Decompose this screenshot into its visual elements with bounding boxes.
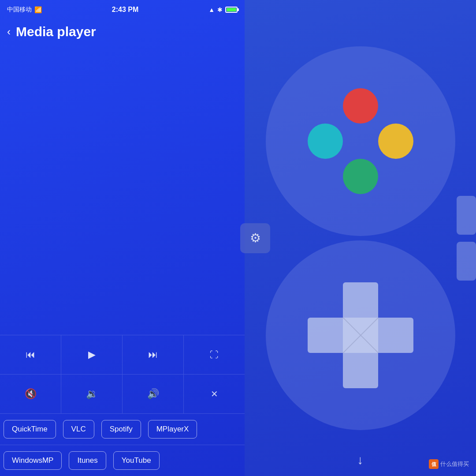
fullscreen-icon: ⛶ [210,350,219,360]
page-title: Media player [16,24,96,39]
playback-controls-row: ⏮ ▶ ⏭ ⛶ [0,335,245,375]
play-button[interactable]: ▶ [61,335,123,374]
itunes-button[interactable]: Itunes [69,451,106,470]
skip-forward-button[interactable]: ⏭ [123,335,184,374]
battery-fill [227,8,236,11]
volume-down-icon: 🔉 [86,388,98,400]
back-arrow-icon: ‹ [7,26,11,38]
windowsmp-button[interactable]: WindowsMP [4,451,62,470]
play-icon: ▶ [88,349,96,360]
volume-down-button[interactable]: 🔉 [61,375,123,413]
side-buttons [457,196,476,281]
dpad-area [266,240,455,430]
face-button-right[interactable] [378,124,413,159]
skip-back-button[interactable]: ⏮ [0,335,61,374]
left-panel: 中国移动 📶 2:43 PM ▲ ✱ ‹ Media player ⏮ ▶ [0,0,245,476]
mplayerx-button[interactable]: MPlayerX [148,420,197,439]
close-button[interactable]: ✕ [184,375,245,413]
close-icon: ✕ [211,389,218,399]
volume-controls-row: 🔇 🔉 🔊 ✕ [0,375,245,414]
skip-back-icon: ⏮ [26,349,35,360]
dpad[interactable] [308,282,413,388]
settings-button[interactable]: ⚙ [240,223,270,253]
watermark-icon: 值 [429,459,439,469]
r2-button[interactable] [457,242,476,281]
volume-up-icon: 🔊 [147,388,159,400]
status-right: ▲ ✱ [208,6,238,13]
battery-indicator [225,7,238,13]
location-icon: ▲ [208,6,215,13]
watermark-text: 什么值得买 [440,460,469,468]
app-buttons-row1: QuickTime VLC Spotify MPlayerX [0,414,245,445]
mute-icon: 🔇 [25,388,37,400]
time-display: 2:43 PM [112,6,138,14]
scroll-down-button[interactable]: ↓ [357,453,364,467]
quicktime-button[interactable]: QuickTime [4,420,56,439]
face-button-bottom[interactable] [343,159,378,194]
header: ‹ Media player [0,19,245,44]
dpad-cross [308,282,413,388]
right-panel: ⚙ ↓ 值 什么值得买 [245,0,476,476]
watermark: 值 什么值得买 [429,459,469,469]
mute-button[interactable]: 🔇 [0,375,61,413]
status-left: 中国移动 📶 [7,6,42,14]
status-bar: 中国移动 📶 2:43 PM ▲ ✱ [0,0,245,19]
skip-forward-icon: ⏭ [148,349,158,360]
spotify-button[interactable]: Spotify [101,420,141,439]
back-button[interactable]: ‹ [7,26,11,38]
face-button-top[interactable] [343,88,378,124]
youtube-button[interactable]: YouTube [113,451,160,470]
controls-area: ⏮ ▶ ⏭ ⛶ 🔇 🔉 🔊 ✕ [0,335,245,476]
wifi-icon: 📶 [34,6,42,13]
vlc-button[interactable]: VLC [63,420,94,439]
face-buttons-area [266,46,455,236]
bluetooth-icon: ✱ [217,6,223,13]
gear-icon: ⚙ [250,231,261,245]
r1-button[interactable] [457,196,476,235]
face-buttons-grid [308,88,413,194]
app-buttons-row2: WindowsMP Itunes YouTube [0,445,245,476]
dpad-diagonal-lines [343,318,378,353]
fullscreen-button[interactable]: ⛶ [184,335,245,374]
main-content [0,44,245,335]
carrier-text: 中国移动 [7,6,32,14]
face-button-left[interactable] [308,124,343,159]
volume-up-button[interactable]: 🔊 [123,375,184,413]
down-arrow-icon: ↓ [357,453,364,467]
